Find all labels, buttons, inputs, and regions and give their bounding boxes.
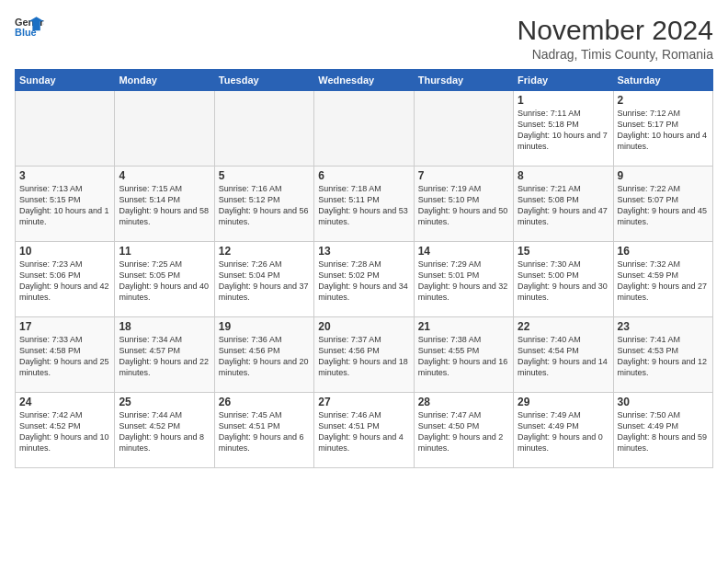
calendar-cell: 25Sunrise: 7:44 AM Sunset: 4:52 PM Dayli… bbox=[115, 393, 214, 468]
calendar-week-row: 17Sunrise: 7:33 AM Sunset: 4:58 PM Dayli… bbox=[16, 317, 713, 393]
day-number: 17 bbox=[19, 320, 110, 333]
weekday-header: Friday bbox=[514, 70, 613, 91]
day-info: Sunrise: 7:41 AM Sunset: 4:53 PM Dayligh… bbox=[618, 334, 709, 379]
day-info: Sunrise: 7:15 AM Sunset: 5:14 PM Dayligh… bbox=[119, 183, 210, 228]
day-info: Sunrise: 7:40 AM Sunset: 4:54 PM Dayligh… bbox=[518, 334, 609, 379]
day-info: Sunrise: 7:45 AM Sunset: 4:51 PM Dayligh… bbox=[219, 409, 310, 454]
day-info: Sunrise: 7:46 AM Sunset: 4:51 PM Dayligh… bbox=[318, 409, 409, 454]
calendar-week-row: 1Sunrise: 7:11 AM Sunset: 5:18 PM Daylig… bbox=[16, 91, 713, 167]
day-number: 7 bbox=[418, 169, 509, 182]
calendar-cell bbox=[414, 91, 513, 167]
weekday-header: Tuesday bbox=[214, 70, 313, 91]
calendar-cell: 29Sunrise: 7:49 AM Sunset: 4:49 PM Dayli… bbox=[514, 393, 613, 468]
weekday-header: Sunday bbox=[16, 70, 115, 91]
calendar-header-row: SundayMondayTuesdayWednesdayThursdayFrid… bbox=[16, 70, 713, 91]
day-info: Sunrise: 7:21 AM Sunset: 5:08 PM Dayligh… bbox=[518, 183, 609, 228]
calendar-cell: 20Sunrise: 7:37 AM Sunset: 4:56 PM Dayli… bbox=[314, 317, 414, 393]
day-number: 1 bbox=[518, 94, 609, 107]
day-info: Sunrise: 7:22 AM Sunset: 5:07 PM Dayligh… bbox=[618, 183, 709, 228]
weekday-header: Thursday bbox=[414, 70, 513, 91]
day-info: Sunrise: 7:38 AM Sunset: 4:55 PM Dayligh… bbox=[418, 334, 509, 379]
calendar-cell: 19Sunrise: 7:36 AM Sunset: 4:56 PM Dayli… bbox=[214, 317, 313, 393]
day-info: Sunrise: 7:32 AM Sunset: 4:59 PM Dayligh… bbox=[618, 259, 709, 304]
day-number: 8 bbox=[518, 169, 609, 182]
calendar-cell: 13Sunrise: 7:28 AM Sunset: 5:02 PM Dayli… bbox=[314, 242, 414, 317]
day-number: 16 bbox=[618, 245, 709, 258]
calendar-cell: 17Sunrise: 7:33 AM Sunset: 4:58 PM Dayli… bbox=[16, 317, 115, 393]
day-info: Sunrise: 7:42 AM Sunset: 4:52 PM Dayligh… bbox=[19, 409, 110, 454]
day-info: Sunrise: 7:16 AM Sunset: 5:12 PM Dayligh… bbox=[219, 183, 310, 228]
day-number: 29 bbox=[518, 396, 609, 408]
day-info: Sunrise: 7:13 AM Sunset: 5:15 PM Dayligh… bbox=[19, 183, 110, 228]
calendar-cell: 30Sunrise: 7:50 AM Sunset: 4:49 PM Dayli… bbox=[613, 393, 712, 468]
day-number: 20 bbox=[318, 320, 409, 333]
day-number: 12 bbox=[219, 245, 310, 258]
day-number: 3 bbox=[19, 169, 110, 182]
day-number: 11 bbox=[119, 245, 210, 258]
day-number: 22 bbox=[518, 320, 609, 333]
calendar-week-row: 24Sunrise: 7:42 AM Sunset: 4:52 PM Dayli… bbox=[16, 393, 713, 468]
day-info: Sunrise: 7:12 AM Sunset: 5:17 PM Dayligh… bbox=[618, 108, 709, 153]
day-info: Sunrise: 7:18 AM Sunset: 5:11 PM Dayligh… bbox=[318, 183, 409, 228]
day-number: 27 bbox=[318, 396, 409, 408]
month-title: November 2024 bbox=[518, 15, 713, 45]
day-number: 19 bbox=[219, 320, 310, 333]
calendar-cell: 23Sunrise: 7:41 AM Sunset: 4:53 PM Dayli… bbox=[613, 317, 712, 393]
day-number: 25 bbox=[119, 396, 210, 408]
day-info: Sunrise: 7:37 AM Sunset: 4:56 PM Dayligh… bbox=[318, 334, 409, 379]
day-number: 24 bbox=[19, 396, 110, 408]
calendar-cell: 7Sunrise: 7:19 AM Sunset: 5:10 PM Daylig… bbox=[414, 167, 513, 242]
day-number: 13 bbox=[318, 245, 409, 258]
day-info: Sunrise: 7:50 AM Sunset: 4:49 PM Dayligh… bbox=[618, 409, 709, 454]
location-title: Nadrag, Timis County, Romania bbox=[518, 47, 713, 62]
calendar-week-row: 10Sunrise: 7:23 AM Sunset: 5:06 PM Dayli… bbox=[16, 242, 713, 317]
day-info: Sunrise: 7:44 AM Sunset: 4:52 PM Dayligh… bbox=[119, 409, 210, 454]
day-info: Sunrise: 7:33 AM Sunset: 4:58 PM Dayligh… bbox=[19, 334, 110, 379]
calendar-cell: 28Sunrise: 7:47 AM Sunset: 4:50 PM Dayli… bbox=[414, 393, 513, 468]
calendar-cell: 16Sunrise: 7:32 AM Sunset: 4:59 PM Dayli… bbox=[613, 242, 712, 317]
day-number: 4 bbox=[119, 169, 210, 182]
calendar-cell bbox=[314, 91, 414, 167]
calendar-cell: 3Sunrise: 7:13 AM Sunset: 5:15 PM Daylig… bbox=[16, 167, 115, 242]
day-number: 18 bbox=[119, 320, 210, 333]
calendar-week-row: 3Sunrise: 7:13 AM Sunset: 5:15 PM Daylig… bbox=[16, 167, 713, 242]
day-number: 28 bbox=[418, 396, 509, 408]
day-info: Sunrise: 7:47 AM Sunset: 4:50 PM Dayligh… bbox=[418, 409, 509, 454]
calendar-table: SundayMondayTuesdayWednesdayThursdayFrid… bbox=[15, 69, 713, 468]
calendar-cell: 26Sunrise: 7:45 AM Sunset: 4:51 PM Dayli… bbox=[214, 393, 313, 468]
weekday-header: Monday bbox=[115, 70, 214, 91]
calendar-cell bbox=[214, 91, 313, 167]
day-number: 26 bbox=[219, 396, 310, 408]
calendar-cell: 21Sunrise: 7:38 AM Sunset: 4:55 PM Dayli… bbox=[414, 317, 513, 393]
calendar-cell: 15Sunrise: 7:30 AM Sunset: 5:00 PM Dayli… bbox=[514, 242, 613, 317]
day-info: Sunrise: 7:28 AM Sunset: 5:02 PM Dayligh… bbox=[318, 259, 409, 304]
calendar-cell: 11Sunrise: 7:25 AM Sunset: 5:05 PM Dayli… bbox=[115, 242, 214, 317]
day-info: Sunrise: 7:25 AM Sunset: 5:05 PM Dayligh… bbox=[119, 259, 210, 304]
day-info: Sunrise: 7:36 AM Sunset: 4:56 PM Dayligh… bbox=[219, 334, 310, 379]
calendar-cell bbox=[115, 91, 214, 167]
day-number: 2 bbox=[618, 94, 709, 107]
calendar-cell: 2Sunrise: 7:12 AM Sunset: 5:17 PM Daylig… bbox=[613, 91, 712, 167]
day-info: Sunrise: 7:34 AM Sunset: 4:57 PM Dayligh… bbox=[119, 334, 210, 379]
day-number: 5 bbox=[219, 169, 310, 182]
header: General Blue November 2024 Nadrag, Timis… bbox=[15, 15, 713, 62]
weekday-header: Wednesday bbox=[314, 70, 414, 91]
day-number: 9 bbox=[618, 169, 709, 182]
day-info: Sunrise: 7:30 AM Sunset: 5:00 PM Dayligh… bbox=[518, 259, 609, 304]
calendar-cell: 12Sunrise: 7:26 AM Sunset: 5:04 PM Dayli… bbox=[214, 242, 313, 317]
calendar-cell: 27Sunrise: 7:46 AM Sunset: 4:51 PM Dayli… bbox=[314, 393, 414, 468]
calendar-cell: 4Sunrise: 7:15 AM Sunset: 5:14 PM Daylig… bbox=[115, 167, 214, 242]
calendar-cell: 5Sunrise: 7:16 AM Sunset: 5:12 PM Daylig… bbox=[214, 167, 313, 242]
day-number: 21 bbox=[418, 320, 509, 333]
calendar-cell: 9Sunrise: 7:22 AM Sunset: 5:07 PM Daylig… bbox=[613, 167, 712, 242]
calendar-cell: 22Sunrise: 7:40 AM Sunset: 4:54 PM Dayli… bbox=[514, 317, 613, 393]
day-number: 10 bbox=[19, 245, 110, 258]
day-info: Sunrise: 7:23 AM Sunset: 5:06 PM Dayligh… bbox=[19, 259, 110, 304]
calendar-cell: 24Sunrise: 7:42 AM Sunset: 4:52 PM Dayli… bbox=[16, 393, 115, 468]
calendar-cell: 8Sunrise: 7:21 AM Sunset: 5:08 PM Daylig… bbox=[514, 167, 613, 242]
calendar-cell bbox=[16, 91, 115, 167]
day-number: 14 bbox=[418, 245, 509, 258]
day-info: Sunrise: 7:49 AM Sunset: 4:49 PM Dayligh… bbox=[518, 409, 609, 454]
day-info: Sunrise: 7:26 AM Sunset: 5:04 PM Dayligh… bbox=[219, 259, 310, 304]
logo-icon: General Blue bbox=[15, 15, 44, 40]
